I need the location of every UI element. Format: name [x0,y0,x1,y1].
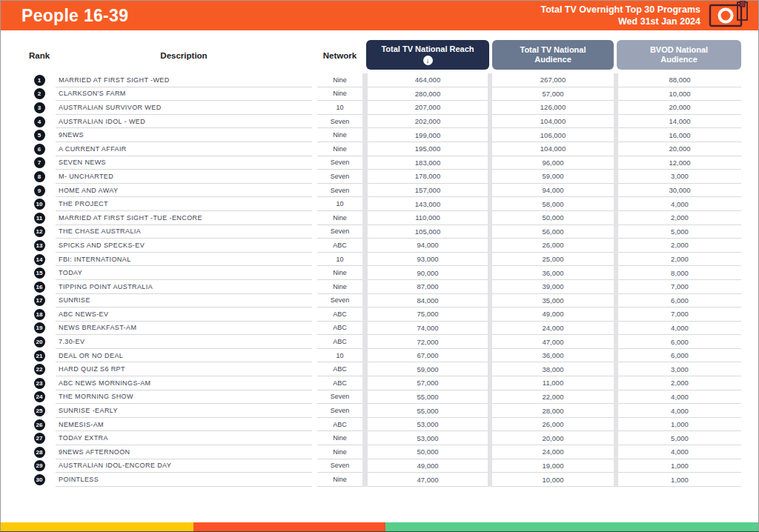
network-cell: ABC [317,322,362,336]
report-date: Wed 31st Jan 2024 [540,16,700,27]
bvod-value: 2,000 [618,211,741,225]
reach-value: 59,000 [368,362,488,376]
network-cell: Seven [317,294,362,308]
reach-value: 280,000 [368,87,488,102]
program-description: THE CHASE AUSTRALIA [56,225,312,239]
table-row: 7 SEVEN NEWS Seven 183,000 96,000 12,000 [23,156,741,170]
bvod-value: 7,000 [618,307,741,322]
column-gap [362,115,368,129]
bvod-value: 20,000 [618,101,741,115]
network-cell: Nine [317,445,362,459]
audience-value: 24,000 [492,445,614,459]
program-description: HARD QUIZ S6 RPT [56,362,312,376]
network-cell: Nine [317,473,362,487]
reach-value: 53,000 [368,418,488,432]
column-gap [362,101,368,115]
table-row: 2 CLARKSON'S FARM Nine 280,000 57,000 10… [23,87,741,102]
network-cell: Nine [317,280,362,294]
reach-value: 199,000 [368,128,488,142]
page-frame: People 16-39 Total TV Overnight Top 30 P… [0,0,759,532]
rank-badge: 3 [34,102,45,113]
network-cell: ABC [317,307,362,322]
reach-column-header[interactable]: Total TV National Reach ↓ [366,40,489,70]
network-cell: ABC [317,362,362,376]
reach-value: 55,000 [368,390,488,405]
rank-cell: 28 [23,445,56,459]
bvod-column-header-label: BVOD National Audience [633,45,725,64]
bvod-value: 7,000 [618,280,741,294]
bvod-value: 14,000 [618,115,741,129]
program-description: TODAY [56,266,312,280]
network-column-label: Network [317,41,362,70]
reach-value: 157,000 [368,184,488,198]
program-description: SPICKS AND SPECKS-EV [56,239,312,253]
network-cell: 10 [317,197,362,211]
audience-value: 56,000 [492,225,614,239]
reach-value: 47,000 [368,473,488,487]
column-gap [362,349,368,363]
program-description: CLARKSON'S FARM [56,87,312,102]
bvod-value: 2,000 [618,253,741,267]
column-gap [362,473,368,487]
audience-value: 104,000 [492,142,614,156]
network-cell: Seven [317,184,362,198]
bvod-value: 2,000 [618,239,741,253]
rank-badge: 8 [34,171,45,182]
column-gap [362,266,368,280]
audience-value: 25,000 [492,253,614,267]
table-row: 12 THE CHASE AUSTRALIA Seven 105,000 56,… [23,225,741,239]
network-cell: ABC [317,418,362,432]
table-row: 1 MARRIED AT FIRST SIGHT -WED Nine 464,0… [23,73,741,87]
table-row: 23 ABC NEWS MORNINGS-AM ABC 57,000 11,00… [23,376,741,390]
bvod-value: 4,000 [618,322,741,336]
column-gap [362,197,368,211]
rank-cell: 24 [23,390,56,405]
reach-column-header-label: Total TV National Reach [381,44,474,54]
audience-value: 20,000 [492,431,614,445]
column-gap [362,128,368,142]
column-gap [362,335,368,349]
bvod-value: 6,000 [618,294,741,308]
audience-value: 267,000 [492,73,614,87]
audience-column-header-label: Total TV National Audience [507,45,599,64]
reach-value: 93,000 [368,253,488,267]
bvod-column-header[interactable]: BVOD National Audience [617,40,741,70]
rank-badge: 29 [34,460,45,471]
audience-value: 24,000 [492,322,614,336]
bvod-value: 16,000 [618,128,741,142]
rank-cell: 1 [23,73,56,87]
network-cell: ABC [317,335,362,349]
rank-badge: 6 [34,144,45,155]
table-row: 4 AUSTRALIAN IDOL - WED Seven 202,000 10… [23,115,741,129]
table-row: 10 THE PROJECT 10 143,000 58,000 4,000 [23,197,741,211]
column-gap [362,376,368,390]
program-description: TODAY EXTRA [56,431,312,445]
program-description: ABC NEWS-EV [56,307,312,322]
rank-cell: 17 [23,294,56,308]
audience-column-header[interactable]: Total TV National Audience [492,40,614,70]
rank-cell: 13 [23,239,56,253]
rank-column-label: Rank [23,41,56,70]
column-gap [362,253,368,267]
rank-badge: 24 [34,391,45,402]
audience-value: 96,000 [492,156,614,170]
reach-value: 57,000 [368,376,488,390]
footer-color-bar [1,522,758,531]
report-title: Total TV Overnight Top 30 Programs [540,4,700,16]
bvod-value: 1,000 [618,418,741,432]
header-bar: People 16-39 Total TV Overnight Top 30 P… [1,1,758,30]
table-row: 16 TIPPING POINT AUSTRALIA Nine 87,000 3… [23,280,741,294]
program-description: AUSTRALIAN SURVIVOR WED [56,101,312,115]
table-row: 19 NEWS BREAKFAST-AM ABC 74,000 24,000 4… [23,322,741,336]
network-cell: Nine [317,431,362,445]
rank-cell: 6 [23,142,56,156]
rank-cell: 20 [23,335,56,349]
rank-badge: 26 [34,419,45,430]
program-description: M- UNCHARTED [56,170,312,184]
circle-down-arrow-icon: ↓ [423,56,433,65]
network-cell: Nine [317,128,362,142]
program-description: 7.30-EV [56,335,312,349]
rank-badge: 7 [34,157,45,168]
table-row: 28 9NEWS AFTERNOON Nine 50,000 24,000 4,… [23,445,741,459]
audience-value: 36,000 [492,266,614,280]
